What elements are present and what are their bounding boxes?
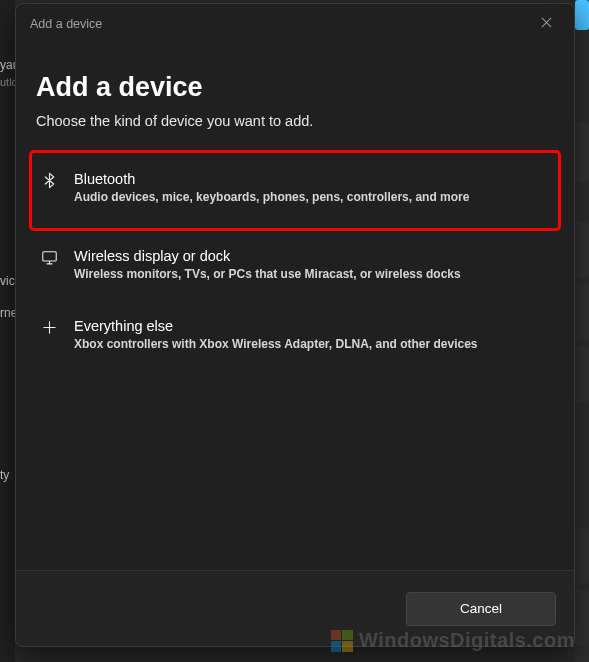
background-settings-left: yau utlo vice rne ty xyxy=(0,0,15,662)
dialog-titlebar-label: Add a device xyxy=(30,17,102,31)
plus-icon xyxy=(38,319,60,336)
close-button[interactable] xyxy=(532,10,560,38)
option-everything-else[interactable]: Everything else Xbox controllers with Xb… xyxy=(36,300,554,371)
cancel-button[interactable]: Cancel xyxy=(406,592,556,626)
option-desc: Wireless monitors, TVs, or PCs that use … xyxy=(74,267,544,283)
option-title: Bluetooth xyxy=(74,171,544,187)
background-settings-right xyxy=(575,0,589,662)
option-text: Bluetooth Audio devices, mice, keyboards… xyxy=(74,171,544,206)
svg-rect-0 xyxy=(42,251,55,260)
dialog-content: Add a device Choose the kind of device y… xyxy=(16,44,574,570)
dialog-titlebar: Add a device xyxy=(16,4,574,44)
option-text: Everything else Xbox controllers with Xb… xyxy=(74,318,544,353)
dialog-subheading: Choose the kind of device you want to ad… xyxy=(36,113,554,129)
dialog-heading: Add a device xyxy=(36,72,554,103)
option-desc: Xbox controllers with Xbox Wireless Adap… xyxy=(74,337,544,353)
option-bluetooth[interactable]: Bluetooth Audio devices, mice, keyboards… xyxy=(30,151,560,230)
bluetooth-icon xyxy=(38,172,60,189)
option-wireless-display[interactable]: Wireless display or dock Wireless monito… xyxy=(36,230,554,301)
option-text: Wireless display or dock Wireless monito… xyxy=(74,248,544,283)
option-title: Wireless display or dock xyxy=(74,248,544,264)
close-icon xyxy=(541,17,552,31)
cancel-button-label: Cancel xyxy=(460,601,502,616)
dialog-footer: Cancel xyxy=(16,570,574,646)
option-desc: Audio devices, mice, keyboards, phones, … xyxy=(74,190,544,206)
option-title: Everything else xyxy=(74,318,544,334)
display-icon xyxy=(38,249,60,266)
add-device-dialog: Add a device Add a device Choose the kin… xyxy=(15,3,575,647)
